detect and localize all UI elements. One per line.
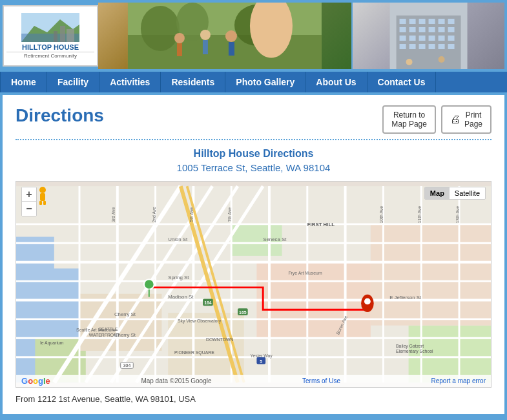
svg-rect-24 bbox=[438, 19, 444, 24]
directions-address: 1005 Terrace St, Seattle, WA 98104 bbox=[16, 162, 491, 173]
svg-rect-29 bbox=[428, 27, 435, 32]
from-text: From 1212 1st Avenue, Seattle, WA 98101,… bbox=[16, 394, 491, 404]
svg-point-122 bbox=[39, 187, 46, 193]
svg-point-13 bbox=[200, 30, 211, 40]
nav-photo-gallery[interactable]: Photo Gallery bbox=[225, 72, 305, 92]
svg-text:5th Ave: 5th Ave bbox=[189, 207, 194, 222]
svg-point-45 bbox=[438, 56, 444, 63]
svg-rect-123 bbox=[40, 193, 45, 201]
svg-rect-33 bbox=[409, 36, 415, 41]
svg-point-82 bbox=[144, 279, 154, 289]
svg-rect-125 bbox=[43, 201, 46, 205]
svg-rect-28 bbox=[419, 27, 425, 32]
report-link[interactable]: Report a map error bbox=[431, 377, 486, 384]
svg-rect-26 bbox=[399, 27, 406, 32]
svg-text:Seattle Art Museum: Seattle Art Museum bbox=[76, 328, 115, 333]
directions-title: Hilltop House Directions bbox=[16, 148, 491, 160]
svg-rect-37 bbox=[448, 36, 454, 41]
svg-rect-25 bbox=[448, 19, 454, 24]
svg-text:13th Ave: 13th Ave bbox=[455, 206, 460, 224]
svg-point-44 bbox=[406, 59, 412, 65]
nav-residents[interactable]: Residents bbox=[161, 72, 225, 92]
svg-rect-12 bbox=[177, 43, 182, 56]
header-banner bbox=[98, 3, 504, 69]
svg-rect-23 bbox=[428, 19, 435, 24]
svg-rect-5 bbox=[54, 31, 57, 42]
svg-text:Seneca St: Seneca St bbox=[263, 236, 287, 242]
printer-icon: 🖨 bbox=[450, 114, 460, 125]
svg-text:Union St: Union St bbox=[168, 236, 188, 242]
page-header-row: Directions Return toMap Page 🖨 PrintPage bbox=[16, 105, 491, 140]
print-button[interactable]: 🖨 PrintPage bbox=[441, 105, 491, 134]
svg-text:3rd Ave: 3rd Ave bbox=[111, 207, 116, 222]
svg-point-15 bbox=[225, 30, 237, 42]
svg-text:Frye Art Museum: Frye Art Museum bbox=[288, 271, 322, 276]
map-type-satellite-button[interactable]: Satellite bbox=[450, 187, 485, 199]
svg-rect-124 bbox=[39, 201, 42, 205]
nav-home[interactable]: Home bbox=[0, 72, 47, 92]
svg-text:FIRST HILL: FIRST HILL bbox=[307, 222, 335, 227]
svg-text:10th Ave: 10th Ave bbox=[379, 206, 384, 224]
svg-point-11 bbox=[174, 33, 185, 43]
svg-rect-36 bbox=[438, 36, 444, 41]
map-svg: Union St Seneca St FIRST HILL Spring St … bbox=[16, 182, 491, 387]
map-attribution: Google Map data ©2015 Google Terms of Us… bbox=[16, 375, 491, 387]
svg-text:Madison St: Madison St bbox=[168, 294, 194, 300]
svg-rect-21 bbox=[409, 19, 415, 24]
terms-link[interactable]: Terms of Use bbox=[302, 377, 340, 384]
svg-text:2nd Ave: 2nd Ave bbox=[152, 207, 156, 223]
map-controls: + − bbox=[21, 187, 37, 216]
logo-icon bbox=[21, 13, 79, 42]
svg-rect-43 bbox=[448, 44, 454, 49]
main-nav: Home Facility Activities Residents Photo… bbox=[0, 72, 507, 92]
nav-about-us[interactable]: About Us bbox=[305, 72, 367, 92]
svg-text:Spring St: Spring St bbox=[168, 275, 189, 280]
svg-rect-30 bbox=[438, 27, 444, 32]
svg-rect-39 bbox=[409, 44, 415, 49]
svg-rect-16 bbox=[229, 42, 234, 56]
google-logo: Google bbox=[21, 376, 50, 386]
svg-rect-27 bbox=[409, 27, 415, 32]
return-map-button[interactable]: Return toMap Page bbox=[382, 105, 436, 134]
svg-text:Bailey Gatzert: Bailey Gatzert bbox=[396, 344, 424, 349]
svg-rect-35 bbox=[428, 36, 435, 41]
svg-rect-20 bbox=[399, 19, 406, 24]
svg-text:WATERFRONT: WATERFRONT bbox=[89, 333, 120, 337]
svg-rect-14 bbox=[203, 40, 208, 54]
svg-text:DOWNTOWN: DOWNTOWN bbox=[206, 337, 234, 342]
pegman[interactable] bbox=[38, 187, 47, 207]
map-data-text: Map data ©2015 Google bbox=[141, 377, 211, 384]
nav-activities[interactable]: Activities bbox=[99, 72, 161, 92]
svg-rect-3 bbox=[60, 26, 65, 42]
svg-text:Cherry St: Cherry St bbox=[114, 311, 136, 317]
svg-rect-22 bbox=[419, 19, 425, 24]
map-container[interactable]: Union St Seneca St FIRST HILL Spring St … bbox=[16, 181, 491, 388]
logo: HILLTOP HOUSE Retirement Community bbox=[3, 5, 98, 67]
svg-rect-4 bbox=[67, 29, 74, 42]
svg-rect-32 bbox=[399, 36, 406, 41]
svg-rect-42 bbox=[438, 44, 444, 49]
header-buttons: Return toMap Page 🖨 PrintPage bbox=[382, 105, 491, 134]
logo-name: HILLTOP HOUSE bbox=[22, 43, 79, 51]
svg-text:164: 164 bbox=[204, 300, 212, 305]
svg-text:11th Ave: 11th Ave bbox=[417, 206, 422, 224]
print-label: PrintPage bbox=[464, 110, 482, 129]
svg-text:PIONEER SQUARE: PIONEER SQUARE bbox=[174, 350, 214, 355]
svg-text:165: 165 bbox=[239, 310, 247, 315]
nav-facility[interactable]: Facility bbox=[47, 72, 99, 92]
banner-photo-2 bbox=[353, 3, 504, 69]
svg-rect-34 bbox=[419, 36, 425, 41]
map-type-map-button[interactable]: Map bbox=[425, 187, 450, 199]
zoom-out-button[interactable]: − bbox=[22, 202, 36, 216]
svg-text:Elementary School: Elementary School bbox=[396, 349, 433, 354]
svg-rect-40 bbox=[419, 44, 425, 49]
zoom-in-button[interactable]: + bbox=[22, 187, 36, 202]
svg-rect-54 bbox=[371, 224, 491, 326]
svg-point-8 bbox=[141, 6, 180, 51]
map-type-controls: Map Satellite bbox=[424, 187, 486, 200]
nav-contact-us[interactable]: Contact Us bbox=[367, 72, 437, 92]
svg-rect-31 bbox=[448, 27, 454, 32]
svg-text:le Aquarium: le Aquarium bbox=[40, 341, 64, 346]
svg-text:Sky View Observatory: Sky View Observatory bbox=[178, 319, 222, 324]
svg-text:E Jefferson St: E Jefferson St bbox=[389, 295, 422, 300]
